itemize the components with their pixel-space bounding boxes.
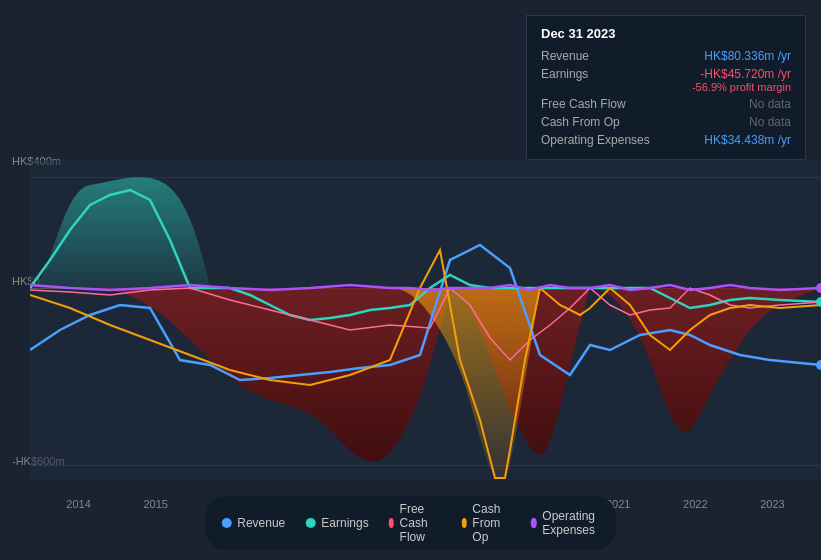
legend-cashop: Cash From Op <box>461 502 511 544</box>
legend-earnings: Earnings <box>305 516 368 530</box>
chart-container: Dec 31 2023 Revenue HK$80.336m /yr Earni… <box>0 0 821 560</box>
legend-label-opex: Operating Expenses <box>542 509 599 537</box>
legend-dot-fcf <box>389 518 394 528</box>
main-chart <box>30 160 821 480</box>
earnings-label: Earnings <box>541 67 661 81</box>
tooltip-box: Dec 31 2023 Revenue HK$80.336m /yr Earni… <box>526 15 806 160</box>
legend-dot-opex <box>531 518 536 528</box>
revenue-value: HK$80.336m /yr <box>704 49 791 63</box>
legend-label-cashop: Cash From Op <box>472 502 511 544</box>
legend-label-revenue: Revenue <box>237 516 285 530</box>
legend-fcf: Free Cash Flow <box>389 502 442 544</box>
x-label-2022: 2022 <box>683 498 707 510</box>
tooltip-date: Dec 31 2023 <box>541 26 791 41</box>
legend-dot-revenue <box>221 518 231 528</box>
tooltip-row-fcf: Free Cash Flow No data <box>541 95 791 113</box>
chart-legend: Revenue Earnings Free Cash Flow Cash Fro… <box>205 496 616 550</box>
legend-label-fcf: Free Cash Flow <box>400 502 442 544</box>
tooltip-row-earnings: Earnings -HK$45.720m /yr -56.9% profit m… <box>541 65 791 95</box>
x-label-2014: 2014 <box>66 498 90 510</box>
x-label-2023: 2023 <box>760 498 784 510</box>
legend-dot-cashop <box>461 518 466 528</box>
cashop-label: Cash From Op <box>541 115 661 129</box>
x-label-2015: 2015 <box>143 498 167 510</box>
cashop-value: No data <box>749 115 791 129</box>
tooltip-row-cashop: Cash From Op No data <box>541 113 791 131</box>
revenue-label: Revenue <box>541 49 661 63</box>
tooltip-row-revenue: Revenue HK$80.336m /yr <box>541 47 791 65</box>
earnings-value: -HK$45.720m /yr <box>692 67 791 81</box>
opex-value: HK$34.438m /yr <box>704 133 791 147</box>
fcf-value: No data <box>749 97 791 111</box>
legend-dot-earnings <box>305 518 315 528</box>
tooltip-row-opex: Operating Expenses HK$34.438m /yr <box>541 131 791 149</box>
legend-revenue: Revenue <box>221 516 285 530</box>
profit-margin-value: -56.9% profit margin <box>692 81 791 93</box>
legend-label-earnings: Earnings <box>321 516 368 530</box>
fcf-label: Free Cash Flow <box>541 97 661 111</box>
opex-label: Operating Expenses <box>541 133 661 147</box>
legend-opex: Operating Expenses <box>531 509 600 537</box>
